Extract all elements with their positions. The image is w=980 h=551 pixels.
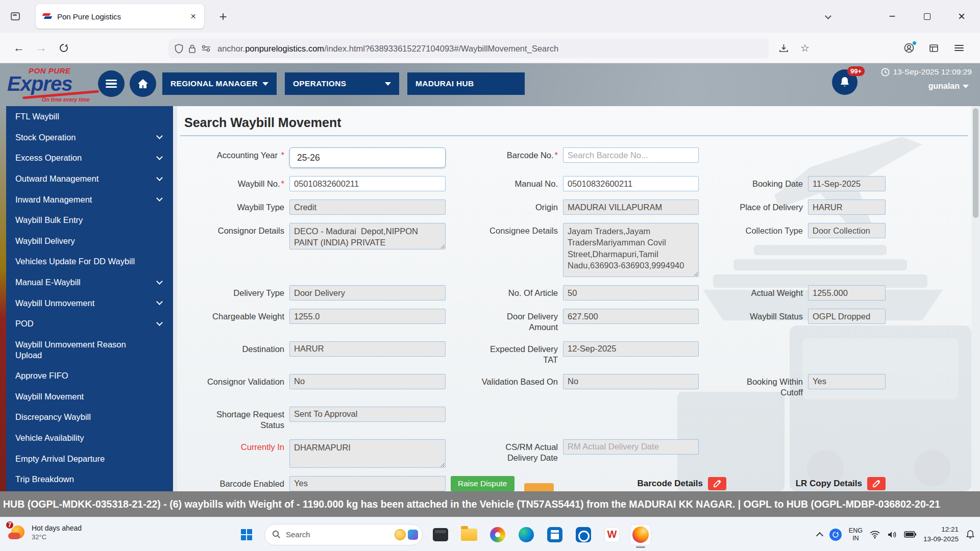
manual-no-input[interactable] (563, 176, 699, 191)
sidebar-item[interactable]: Inward Management (6, 189, 173, 210)
wifi-icon[interactable] (870, 531, 880, 539)
chevron-down-icon (156, 319, 163, 326)
place-of-delivery-input[interactable] (808, 199, 886, 215)
language-indicator[interactable]: ENGIN (849, 527, 863, 542)
cs-rm-actual-delivery-date-input[interactable] (563, 439, 699, 455)
window-close-button[interactable]: × (947, 0, 976, 33)
sidebar-item[interactable]: Manual E-Waybill (6, 272, 173, 293)
volume-icon[interactable] (887, 531, 897, 539)
notification-bell-icon[interactable] (966, 530, 975, 539)
scrollbar-thumb[interactable] (973, 108, 978, 218)
weather-temp: 32°C (32, 533, 82, 541)
tab-close-icon[interactable]: × (187, 11, 199, 22)
taskbar-photos[interactable] (487, 524, 508, 545)
raise-dispute-button[interactable]: Raise Dispute (451, 476, 514, 491)
sidebar-item[interactable]: FTL Waybill (6, 106, 173, 127)
window-maximize-button[interactable] (913, 0, 941, 33)
consignor-validation-input[interactable] (289, 374, 446, 389)
start-button[interactable] (236, 524, 257, 545)
validation-based-on-input[interactable] (563, 374, 699, 389)
back-button[interactable]: ← (9, 39, 29, 57)
taskbar-store[interactable] (544, 524, 566, 545)
taskbar-clock[interactable]: 12:2113-09-2025 (923, 525, 959, 543)
sidebar-item[interactable]: Waybill Delivery (6, 231, 173, 252)
actual-weight-input[interactable] (808, 285, 886, 300)
permissions-icon[interactable] (201, 45, 211, 52)
barcode-no-input[interactable] (563, 147, 699, 163)
sidebar-item[interactable]: Trip Breakdown (6, 469, 173, 490)
sidebar-item[interactable]: Stock Operation (6, 127, 173, 148)
chargeable-weight-input[interactable] (289, 309, 446, 324)
waybill-type-input[interactable] (289, 199, 446, 215)
tray-chevron-up-icon[interactable] (816, 532, 823, 539)
window-minimize-button[interactable]: − (878, 0, 906, 33)
waybill-status-input[interactable] (808, 309, 886, 324)
forward-button[interactable]: → (32, 39, 51, 57)
tab-list-chevron-icon[interactable] (826, 11, 832, 17)
consignor-details-textarea[interactable]: DECO - Madurai Depot,NIPPON PAINT (INDIA… (289, 223, 446, 249)
firefox-view-icon[interactable] (6, 7, 24, 26)
role-dropdown[interactable]: REGIONAL MANAGER (162, 72, 277, 95)
sidebar-item[interactable]: Approve FIFO (6, 365, 173, 386)
page-scrollbar[interactable] (971, 106, 980, 491)
user-menu[interactable]: gunalan (928, 82, 969, 91)
sidebar-item[interactable]: Waybill Unmovement (6, 293, 173, 314)
collection-type-input[interactable] (808, 223, 886, 238)
app-menu-toggle-button[interactable] (98, 70, 125, 97)
taskbar-edge[interactable] (516, 524, 537, 545)
taskbar-outlook[interactable] (573, 524, 594, 545)
barcode-enabled-input[interactable] (289, 476, 446, 491)
barcode-details-edit-button[interactable] (708, 477, 726, 490)
home-button[interactable] (130, 70, 156, 97)
booking-within-cutoff-input[interactable] (808, 374, 886, 389)
battery-icon[interactable] (904, 531, 916, 538)
partially-hidden-button[interactable] (524, 483, 554, 491)
taskbar-w-app[interactable]: W (601, 524, 623, 545)
taskbar-file-explorer[interactable] (458, 524, 480, 545)
account-icon[interactable] (900, 40, 918, 56)
taskbar-search[interactable]: Search (264, 524, 423, 545)
reload-button[interactable] (54, 39, 74, 57)
booking-date-input[interactable] (808, 176, 886, 191)
taskbar-firefox-active[interactable] (630, 524, 651, 545)
destination-input[interactable] (289, 341, 446, 357)
lr-copy-details-edit-button[interactable] (867, 477, 886, 490)
sidebar-item[interactable]: Discrepancy Waybill (6, 407, 173, 428)
origin-input[interactable] (563, 199, 699, 215)
browser-tab[interactable]: Pon Pure Logistics × (36, 4, 204, 29)
menu-icon[interactable] (950, 40, 968, 56)
sidebar-item[interactable]: Waybill Unmovement Reason Upload (6, 334, 173, 365)
sidebar-item[interactable]: Excess Operation (6, 147, 173, 168)
search-highlight-icon[interactable] (408, 530, 418, 540)
taskbar-app-window[interactable] (430, 524, 451, 545)
sidebar-item[interactable]: Vehicle Availability (6, 428, 173, 448)
hub-button[interactable]: MADURAI HUB (407, 72, 525, 95)
new-tab-button[interactable]: + (214, 8, 232, 26)
consignee-details-textarea[interactable]: Jayam Traders,Jayam TradersMariyamman Co… (563, 223, 699, 277)
accounting-year-select[interactable]: 25-26 (289, 147, 446, 168)
search-highlight-icon[interactable] (395, 529, 406, 540)
weather-widget[interactable]: 7 Hot days ahead 32°C (7, 522, 82, 542)
sidebar-item[interactable]: Outward Management (6, 168, 173, 189)
sidebar-item[interactable]: Vehicles Update For DD Waybill (6, 251, 173, 272)
sidebar-item[interactable]: Empty Arrival Departure (6, 448, 173, 469)
delivery-type-input[interactable] (289, 285, 446, 300)
module-dropdown[interactable]: OPERATIONS (285, 72, 399, 95)
edge-icon (519, 527, 534, 542)
screen: Pon Pure Logistics × + − × ← → anchor.po… (0, 0, 980, 551)
save-page-icon[interactable] (775, 40, 792, 56)
url-bar[interactable]: anchor.ponpurelogistics.com/index.html?6… (168, 39, 769, 58)
sync-icon[interactable] (829, 529, 842, 541)
bookmark-star-icon[interactable]: ☆ (796, 40, 814, 56)
expected-delivery-tat-input[interactable] (563, 341, 699, 357)
door-delivery-amount-input[interactable] (563, 309, 699, 324)
no-of-article-input[interactable] (563, 285, 699, 300)
sidebar-item[interactable]: Waybill Movement (6, 386, 173, 407)
currently-in-textarea[interactable]: DHARMAPURI (289, 439, 446, 468)
sidebar-item[interactable]: POD (6, 313, 173, 334)
sidebar-item[interactable]: Waybill Bulk Entry (6, 210, 173, 231)
notifications-button[interactable]: 99+ (832, 69, 857, 95)
shortage-request-status-input[interactable] (289, 407, 446, 422)
library-icon[interactable] (925, 40, 942, 56)
waybill-no-input[interactable] (289, 176, 446, 191)
